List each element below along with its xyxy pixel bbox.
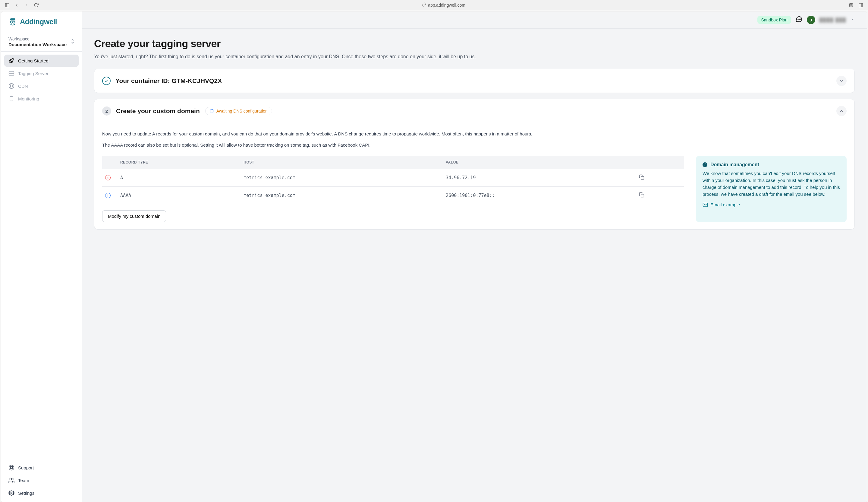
chevron-down-icon[interactable] — [850, 17, 855, 23]
svg-rect-10 — [9, 71, 14, 73]
chat-icon[interactable] — [795, 16, 803, 24]
step1-title: Your container ID: GTM-KCJHVQ2X — [115, 77, 831, 84]
svg-point-8 — [10, 21, 12, 23]
copy-icon[interactable] — [639, 193, 644, 199]
nav-team[interactable]: Team — [4, 474, 79, 486]
step-number: 2 — [102, 107, 111, 116]
cell-value: 2600:1901:0:77e8:: — [441, 187, 634, 204]
brand-name: Addingwell — [20, 18, 57, 26]
svg-rect-7 — [10, 18, 16, 21]
nav-label: Settings — [18, 491, 34, 496]
domain-management-info: i Domain management We know that sometim… — [696, 156, 847, 222]
main-nav: Getting Started Tagging Server CDN Monit… — [1, 52, 82, 458]
cell-host: metrics.example.com — [239, 169, 441, 187]
nav-label: Support — [18, 465, 34, 470]
svg-rect-11 — [9, 73, 14, 76]
main-content: Sandbox Plan J ████ ███ Create your tagg… — [82, 11, 867, 502]
nav-tagging-server[interactable]: Tagging Server — [4, 67, 79, 79]
nav-getting-started[interactable]: Getting Started — [4, 54, 79, 67]
workspace-selector[interactable]: Workspace Documentation Workspace — [1, 32, 82, 52]
step2-title: Create your custom domain — [116, 108, 200, 114]
modify-domain-button[interactable]: Modify my custom domain — [102, 210, 166, 222]
svg-point-24 — [798, 19, 798, 20]
svg-point-9 — [13, 21, 15, 23]
clipboard-icon — [8, 96, 14, 102]
user-name-blurred: ████ ███ — [819, 18, 846, 22]
forward-icon — [24, 3, 29, 8]
cell-host: metrics.example.com — [239, 187, 441, 204]
bottom-nav: Support Team Settings — [1, 458, 82, 502]
svg-point-23 — [11, 492, 12, 494]
logo[interactable]: Addingwell — [1, 11, 82, 32]
info-icon: i — [105, 193, 111, 198]
svg-rect-27 — [641, 176, 644, 179]
spinner-icon — [210, 109, 214, 113]
svg-line-18 — [10, 466, 11, 467]
step2-card: 2 Create your custom domain Awaiting DNS… — [94, 99, 855, 230]
check-icon — [102, 77, 111, 85]
back-icon[interactable] — [14, 3, 19, 8]
table-row: ✕ A metrics.example.com 34.96.72.19 — [102, 169, 684, 187]
status-pill: Awaiting DNS configuration — [205, 107, 272, 115]
nav-support[interactable]: Support — [4, 462, 79, 474]
page-title: Create your tagging server — [94, 38, 855, 50]
panel-icon[interactable] — [858, 3, 863, 8]
svg-point-26 — [800, 19, 800, 20]
svg-line-19 — [12, 468, 13, 470]
nav-label: Getting Started — [18, 58, 49, 63]
globe-icon — [8, 83, 14, 89]
users-icon — [8, 477, 14, 483]
lifebuoy-icon — [8, 465, 14, 471]
nav-monitoring[interactable]: Monitoring — [4, 93, 79, 105]
table-row: i AAAA metrics.example.com 2600:1901:0:7… — [102, 187, 684, 204]
step2-body-text-1: Now you need to update A records for you… — [102, 130, 847, 137]
svg-point-22 — [10, 478, 12, 480]
collapse-button[interactable] — [836, 106, 847, 116]
page-subtitle: You've just started, right? The first th… — [94, 53, 855, 60]
reload-icon[interactable] — [34, 3, 39, 8]
info-title: Domain management — [710, 162, 759, 168]
nav-settings[interactable]: Settings — [4, 487, 79, 499]
svg-line-20 — [12, 466, 13, 467]
sidebar: Addingwell Workspace Documentation Works… — [1, 11, 82, 502]
svg-rect-28 — [641, 194, 644, 197]
svg-line-21 — [10, 468, 11, 470]
workspace-label: Workspace — [8, 37, 66, 41]
mail-icon — [703, 202, 708, 208]
nav-label: Monitoring — [18, 96, 39, 101]
email-example-link[interactable]: Email example — [703, 202, 840, 208]
nav-label: Tagging Server — [18, 71, 49, 76]
step2-body-text-2: The AAAA record can also be set but is o… — [102, 141, 847, 148]
step1-card: Your container ID: GTM-KCJHVQ2X — [94, 69, 855, 93]
email-example-text: Email example — [710, 202, 740, 207]
sidebar-toggle-icon[interactable] — [5, 3, 10, 8]
col-host: HOST — [239, 156, 441, 169]
addingwell-logo-icon — [8, 18, 17, 26]
chevron-updown-icon — [71, 39, 74, 45]
rocket-icon — [8, 58, 14, 64]
error-icon: ✕ — [105, 175, 111, 180]
cell-type: AAAA — [115, 187, 239, 204]
copy-icon[interactable] — [639, 175, 644, 181]
lock-icon — [422, 2, 426, 8]
col-record-type: RECORD TYPE — [115, 156, 239, 169]
url-text[interactable]: app.addingwell.com — [428, 3, 465, 8]
col-value: VALUE — [441, 156, 634, 169]
svg-point-25 — [799, 19, 799, 20]
dns-table: RECORD TYPE HOST VALUE ✕ A — [102, 156, 684, 204]
svg-rect-0 — [6, 3, 9, 7]
nav-label: Team — [18, 478, 29, 483]
nav-cdn[interactable]: CDN — [4, 80, 79, 92]
reader-icon[interactable] — [849, 3, 854, 8]
cell-type: A — [115, 169, 239, 187]
nav-label: CDN — [18, 83, 28, 89]
expand-button[interactable] — [836, 76, 847, 86]
info-text: We know that sometimes you can't edit yo… — [703, 170, 840, 198]
gear-icon — [8, 490, 14, 496]
server-icon — [8, 70, 14, 76]
topbar: Sandbox Plan J ████ ███ — [82, 11, 867, 29]
avatar[interactable]: J — [807, 16, 815, 24]
svg-rect-5 — [859, 3, 862, 7]
plan-badge[interactable]: Sandbox Plan — [757, 16, 791, 24]
browser-chrome: app.addingwell.com — [0, 0, 868, 10]
